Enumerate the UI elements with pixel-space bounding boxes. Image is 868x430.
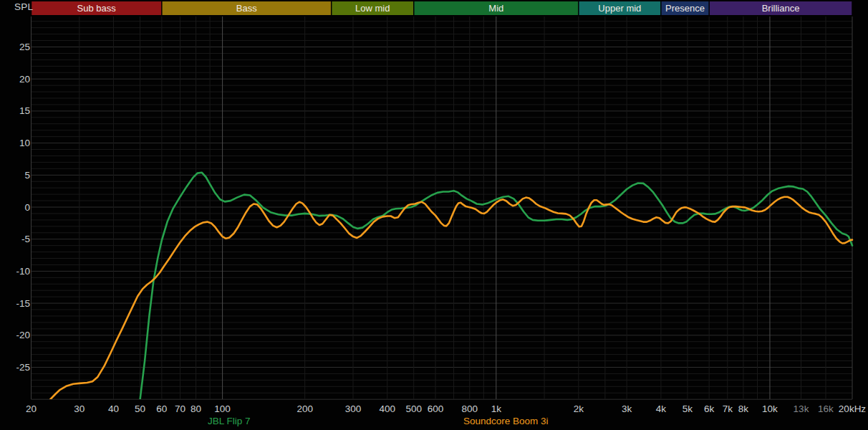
y-tick-label: -5: [21, 234, 30, 244]
x-tick-label: 600: [428, 403, 444, 414]
band-label: Presence: [665, 3, 705, 14]
frequency-response-chart: Sub bassBassLow midMidUpper midPresenceB…: [0, 0, 868, 430]
x-tick-label: 10k: [762, 403, 778, 414]
y-tick-label: 10: [19, 138, 30, 148]
band-label: Low mid: [355, 3, 390, 14]
y-tick-label: 15: [19, 105, 30, 116]
x-tick-label: 800: [461, 403, 478, 414]
x-tick-label: 20: [26, 403, 37, 414]
band-label: Upper mid: [598, 3, 641, 14]
legend-soundcore-boom-3i[interactable]: Soundcore Boom 3i: [463, 416, 549, 426]
x-tick-label: 500: [405, 403, 422, 414]
x-tick-label: 6k: [704, 403, 715, 414]
x-tick-label: 80: [191, 403, 201, 414]
legend-jbl-flip-7[interactable]: JBL Flip 7: [208, 416, 251, 426]
x-tick-label: 16k: [818, 403, 834, 414]
x-tick-label: 4k: [656, 403, 667, 414]
x-tick-label: 300: [345, 403, 362, 414]
x-tick-label: 7k: [723, 403, 733, 414]
y-tick-label: 0: [24, 202, 30, 213]
x-tick-label: 5k: [683, 403, 693, 414]
x-tick-label: 70: [175, 403, 185, 414]
x-tick-label: 40: [108, 403, 119, 414]
band-label: Bass: [236, 3, 257, 14]
y-tick-label: -10: [16, 266, 30, 277]
y-tick-label: 25: [19, 42, 30, 52]
y-tick-label: -20: [16, 330, 30, 340]
y-tick-label: 5: [24, 170, 30, 181]
chart-canvas: Sub bassBassLow midMidUpper midPresenceB…: [0, 0, 868, 430]
y-axis-title: SPL: [14, 1, 33, 12]
x-tick-label: 30: [74, 403, 85, 414]
x-tick-label: 8k: [738, 403, 749, 414]
x-tick-label: 50: [135, 403, 145, 414]
y-tick-label: 20: [19, 74, 30, 85]
x-tick-label: 13k: [794, 403, 809, 414]
x-tick-label: 20kHz: [839, 403, 867, 414]
x-tick-label: 60: [156, 403, 167, 414]
x-tick-label: 200: [296, 403, 313, 414]
x-tick-label: 2k: [574, 403, 584, 414]
x-tick-label: 1k: [491, 403, 502, 414]
x-tick-label: 400: [379, 403, 395, 414]
y-tick-label: -15: [16, 298, 30, 309]
x-tick-label: 100: [214, 403, 231, 414]
band-label: Mid: [488, 3, 503, 14]
band-label: Sub bass: [77, 3, 117, 14]
y-tick-label: -25: [16, 362, 30, 373]
x-tick-label: 3k: [622, 403, 632, 414]
band-label: Brilliance: [762, 3, 800, 14]
